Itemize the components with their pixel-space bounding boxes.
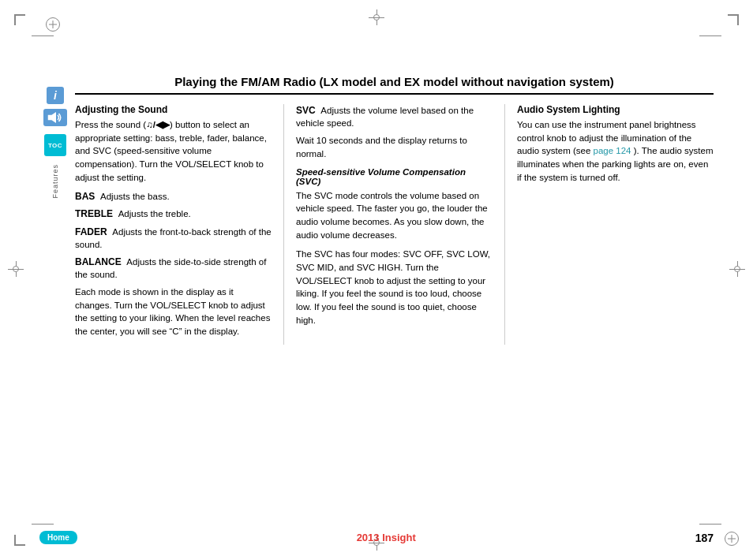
mid-right-crosshair xyxy=(729,261,745,277)
right-column: Audio System Lighting You can use the in… xyxy=(505,104,714,345)
mid-left-crosshair xyxy=(8,261,24,277)
corner-line-tl xyxy=(32,35,54,36)
term-bas-label: BAS xyxy=(75,191,95,202)
svc-body: The SVC mode controls the volume based o… xyxy=(296,189,493,242)
four-modes-text: The SVC has four modes: SVC OFF, SVC LOW… xyxy=(296,248,493,327)
term-fader-label: FADER xyxy=(75,226,107,237)
term-fader: FADER Adjusts the front-to-back strength… xyxy=(75,226,272,251)
content-columns: Adjusting the Sound Press the sound (♫/◀… xyxy=(75,104,714,345)
corner-bracket-tr xyxy=(728,14,739,25)
term-balance: BALANCE Adjusts the side-to-side strengt… xyxy=(75,256,272,281)
corner-line-tr xyxy=(699,35,721,36)
right-section-title: Audio System Lighting xyxy=(517,104,714,115)
home-button[interactable]: Home xyxy=(39,531,77,544)
left-sidebar: i TOC Features xyxy=(39,87,71,489)
footer: Home 2013 Insight 187 xyxy=(39,531,714,544)
left-section-title: Adjusting the Sound xyxy=(75,104,272,115)
middle-column: SVC Adjusts the volume level based on th… xyxy=(284,104,505,345)
corner-line-bl xyxy=(32,524,54,525)
term-treble: TREBLE Adjusts the treble. xyxy=(75,207,272,220)
wait-text: Wait 10 seconds and the display returns … xyxy=(296,134,493,160)
page-link[interactable]: page 124 xyxy=(594,146,631,155)
svg-rect-0 xyxy=(48,115,51,120)
page-title: Playing the FM/AM Radio (LX model and EX… xyxy=(75,75,714,95)
corner-line-br xyxy=(699,524,721,525)
svc-term-row: SVC Adjusts the volume level based on th… xyxy=(296,104,493,129)
mode-text: Each mode is shown in the display as it … xyxy=(75,286,272,338)
top-crosshair xyxy=(369,9,384,25)
info-icon: i xyxy=(47,87,64,104)
left-intro-text: Press the sound (♫/◀▶) button to select … xyxy=(75,118,272,184)
left-column: Adjusting the Sound Press the sound (♫/◀… xyxy=(75,104,284,345)
right-body-text: You can use the instrument panel brightn… xyxy=(517,118,714,184)
corner-bracket-br xyxy=(725,532,739,546)
footer-title: 2013 Insight xyxy=(77,532,695,543)
corner-bracket-tl xyxy=(14,14,25,25)
corner-circle-br xyxy=(725,532,739,546)
term-bas: BAS Adjusts the bass. xyxy=(75,190,272,203)
main-content: Playing the FM/AM Radio (LX model and EX… xyxy=(75,75,714,501)
sound-icon xyxy=(43,109,67,126)
term-treble-label: TREBLE xyxy=(75,208,113,219)
svc-term-label: SVC xyxy=(296,105,316,116)
page-number: 187 xyxy=(695,532,714,544)
svg-marker-1 xyxy=(51,112,56,123)
term-balance-label: BALANCE xyxy=(75,256,122,267)
features-label: Features xyxy=(51,164,59,199)
toc-badge[interactable]: TOC xyxy=(44,134,66,156)
corner-bracket-bl xyxy=(14,535,25,546)
top-left-circle xyxy=(46,17,60,32)
svc-italic-title: Speed-sensitive Volume Compensation (SVC… xyxy=(296,167,493,186)
